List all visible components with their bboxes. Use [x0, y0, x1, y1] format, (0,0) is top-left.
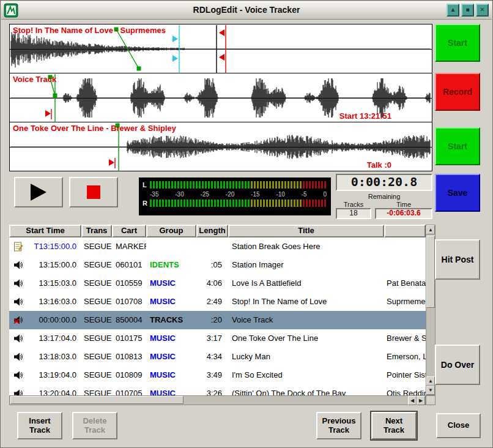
close-button[interactable]: Close	[436, 413, 481, 438]
end-marker-arrow[interactable]	[219, 29, 224, 36]
vertical-scroll-slider[interactable]	[426, 236, 435, 308]
start-track1-button[interactable]: Start	[435, 24, 480, 62]
insert-track-button[interactable]: Insert Track	[17, 412, 62, 439]
cell-length: 3:49	[196, 366, 228, 384]
cell-group: IDENTS	[146, 256, 196, 274]
maximize-window-icon[interactable]: ■	[461, 4, 474, 17]
column-header-trans[interactable]: Trans	[81, 225, 112, 237]
log-row[interactable]: 13:15:03.0SEGUE010559MUSIC4:06Love Is A …	[9, 274, 426, 293]
fade-marker-handle[interactable]	[137, 67, 141, 71]
log-row[interactable]: T13:15:00.0SEGUEMARKERStation Break Goes…	[9, 237, 426, 256]
vertical-scroll-trough[interactable]	[426, 234, 435, 376]
cell-artist: Pat Benatar	[384, 274, 426, 293]
log-row[interactable]: 13:16:03.0SEGUE010708MUSIC2:49Stop! In T…	[9, 293, 426, 311]
column-header-title[interactable]: Title	[228, 225, 384, 237]
waveform-track-1[interactable]: Stop! In The Name of Love - Suprmemes	[10, 24, 432, 73]
column-header-artist[interactable]	[384, 225, 426, 237]
segue-marker-arrow[interactable]	[172, 35, 178, 42]
scroll-up2-icon[interactable]: ▲	[426, 376, 435, 386]
log-row[interactable]: 13:15:00.0SEGUE060101IDENTS:05Station Im…	[9, 256, 426, 274]
remaining-tracks-value: 18	[336, 208, 371, 219]
cell-cart: 010705	[112, 384, 146, 395]
cell-length: :20	[196, 311, 228, 329]
delete-track-button[interactable]: Delete Track	[72, 412, 117, 439]
cell-trans: SEGUE	[81, 366, 112, 384]
track-2-title: Voice Track	[13, 75, 56, 84]
cue-marker-arrow[interactable]	[45, 110, 51, 117]
cell-length: 2:49	[196, 293, 228, 311]
remaining-label: Remaining	[336, 193, 432, 200]
end-marker-arrow[interactable]	[219, 54, 224, 61]
cell-artist: Emerson, Lake & Palmer	[384, 348, 426, 366]
cell-title: Lucky Man	[228, 348, 384, 366]
record-button[interactable]: Record	[435, 73, 480, 111]
horizontal-scrollbar[interactable]: ◀ ▶	[9, 395, 426, 405]
column-header-length[interactable]: Length	[196, 225, 228, 237]
next-track-button[interactable]: Next Track	[371, 412, 417, 439]
cell-start-time: 13:16:03.0	[28, 293, 81, 311]
save-button[interactable]: Save	[435, 174, 480, 212]
column-header-group[interactable]: Group	[146, 225, 196, 237]
meter-scale-label: -15	[251, 191, 259, 198]
cell-cart: 010708	[112, 293, 146, 311]
hit-post-button[interactable]: Hit Post	[435, 239, 480, 280]
cell-cart: 010809	[112, 366, 146, 384]
cell-group: TRACKS	[146, 311, 196, 329]
log-row[interactable]: 13:17:04.0SEGUE010175MUSIC3:17One Toke O…	[9, 329, 426, 348]
log-row[interactable]: 13:18:03.0SEGUE010813MUSIC4:34Lucky ManE…	[9, 348, 426, 366]
waveform-track-3[interactable]: One Toke Over The Line - Brewer & Shiple…	[10, 122, 432, 171]
log-row[interactable]: 13:19:04.0SEGUE010809MUSIC3:49I'm So Exc…	[9, 366, 426, 384]
column-header-start-time[interactable]: Start Time	[9, 225, 81, 237]
cell-trans: SEGUE	[81, 293, 112, 311]
cell-icon-speaker-icon	[9, 384, 28, 395]
log-row[interactable]: 13:20:04.0SEGUE010705MUSIC3:26(Sittin' O…	[9, 384, 426, 395]
cell-start-time: 13:19:04.0	[28, 366, 81, 384]
cell-length: :05	[196, 256, 228, 274]
cell-icon-note-icon	[9, 237, 28, 256]
cell-artist	[384, 237, 426, 256]
cell-icon-speaker-icon	[9, 293, 28, 311]
transport-bar: L -35-30-25-20-15-10-50 R 0:00:20.8 Rema…	[9, 174, 432, 223]
track-3-title: One Toke Over The Line - Brewer & Shiple…	[13, 124, 176, 133]
meter-right-strip	[150, 200, 327, 207]
scrollbar-corner	[426, 395, 436, 405]
meter-scale-label: -25	[201, 191, 209, 198]
scroll-down-icon[interactable]: ▼	[426, 386, 435, 395]
column-header-cart[interactable]: Cart	[112, 225, 146, 237]
cell-title: Voice Track	[228, 311, 384, 329]
scroll-left-icon[interactable]: ◀	[408, 396, 417, 405]
cell-trans: SEGUE	[81, 329, 112, 348]
horizontal-scroll-slider[interactable]	[10, 396, 183, 404]
cell-group: MUSIC	[146, 348, 196, 366]
scroll-right-icon[interactable]: ▶	[417, 396, 425, 405]
waveform-track-2[interactable]: Voice Track Start 13:21:51	[10, 73, 432, 122]
cell-cart: 850004	[112, 311, 146, 329]
segue-marker-arrow[interactable]	[172, 55, 178, 62]
shade-window-icon[interactable]: ▲	[447, 4, 459, 17]
cell-group: MUSIC	[146, 329, 196, 348]
start-track3-button[interactable]: Start	[435, 127, 480, 165]
horizontal-scroll-trough[interactable]	[10, 396, 408, 405]
do-over-button[interactable]: Do Over	[435, 345, 480, 385]
log-row[interactable]: 00:00:00.0SEGUE850004TRACKS:20Voice Trac…	[9, 311, 426, 329]
previous-track-button[interactable]: Previous Track	[316, 412, 361, 439]
close-window-icon[interactable]: ✕	[476, 4, 489, 17]
audio-meter: L -35-30-25-20-15-10-50 R	[139, 177, 331, 215]
play-button[interactable]	[14, 177, 63, 207]
vertical-scrollbar[interactable]: ▲ ▲ ▼	[426, 225, 436, 395]
cell-cart: 010813	[112, 348, 146, 366]
log-body: T13:15:00.0SEGUEMARKERStation Break Goes…	[9, 237, 426, 395]
scroll-up-icon[interactable]: ▲	[426, 225, 435, 234]
cue-marker-arrow[interactable]	[109, 159, 114, 166]
titlebar[interactable]: RDLogEdit - Voice Tracker ▲ ■ ✕	[1, 1, 492, 20]
voice-tracker-window: RDLogEdit - Voice Tracker ▲ ■ ✕ Stop! In…	[0, 0, 493, 448]
cell-cart: 010175	[112, 329, 146, 348]
side-button-column: Start Record Start Save Hit Post Do Over	[435, 24, 481, 403]
stop-button[interactable]	[69, 177, 118, 207]
track-2-start-time-label: Start 13:21:51	[339, 111, 391, 121]
cell-trans: SEGUE	[81, 256, 112, 274]
cell-start-time: 13:17:04.0	[28, 329, 81, 348]
meter-scale-label: -20	[226, 191, 234, 198]
cell-title: Stop! In The Name of Love	[228, 293, 384, 311]
log-table: Start TimeTransCartGroupLengthTitle T13:…	[9, 225, 436, 405]
